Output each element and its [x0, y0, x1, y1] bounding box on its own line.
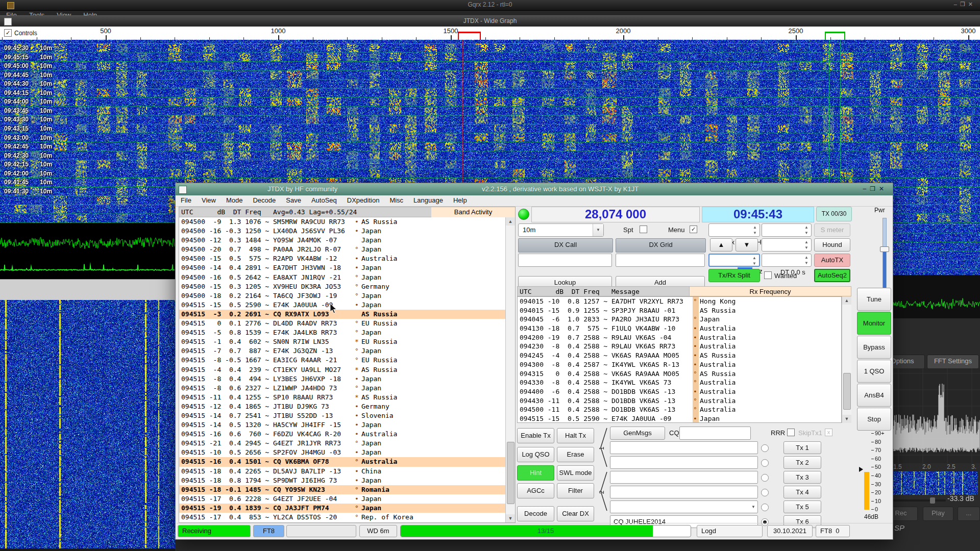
chevron-down-icon[interactable]: ▼ — [751, 501, 755, 513]
enable-tx-button[interactable]: Enable Tx — [517, 428, 554, 443]
decode-row[interactable]: 094330 -8 0.4 2588 ~ IK4YWL VK6AS 73°Aus… — [518, 378, 841, 387]
spinner-arrows-icon[interactable]: ▲▼ — [803, 255, 810, 266]
tx-message-4-input[interactable] — [610, 486, 758, 498]
decode-row[interactable]: 094515 -18 0.4 2265 ~ DL5AVJ BA7LIP -13•… — [179, 467, 505, 476]
autoseq2-button[interactable]: AutoSeq2 — [814, 269, 850, 282]
wide-graph-frequency-scale[interactable]: ✓ Controls 50010001500200025003000 — [0, 27, 980, 40]
dx-call-input[interactable] — [518, 254, 612, 267]
band-selector[interactable]: 10m ▼ — [518, 223, 604, 237]
tx-message-2-radio[interactable] — [761, 459, 769, 467]
decode-row[interactable]: 094500 -9 1.3 1076 ~ SM5MRW RA9CUU RR73•… — [179, 217, 505, 227]
decode-row[interactable]: 094515 -8 0.6 2327 ~ LZ1WWP JA4HDO 73°Ja… — [179, 384, 505, 393]
decode-row[interactable]: 094230 -8 0.4 2588 ~ R9LAU VK6AS RR73•Au… — [518, 342, 841, 351]
tx-1-button[interactable]: Tx 1 — [783, 441, 821, 454]
ansb4-button[interactable]: AnsB4 — [857, 384, 891, 407]
decode-row[interactable]: 094500 -11 0.4 2588 ~ DO1BDB VK6AS -13°A… — [518, 405, 841, 414]
band-activity-scrollbar[interactable]: ▲ ▼ — [505, 217, 515, 522]
tx-freq-spinner[interactable]: Tx 1500 Hz ▲▼ — [708, 223, 760, 237]
decode-row[interactable]: 094500 -14 0.4 2891 ~ EA7DHT JH3VWN -18•… — [179, 263, 505, 272]
bypass-button[interactable]: Bypass — [857, 336, 891, 359]
gqrx-window-buttons[interactable]: –❒✕ — [954, 1, 976, 8]
1-qso-button[interactable]: 1 QSO — [857, 360, 891, 383]
genmsgs-button[interactable]: GenMsgs — [610, 427, 665, 440]
tx-message-5-radio[interactable] — [761, 504, 769, 511]
scrollbar-thumb[interactable] — [507, 442, 514, 504]
decode-row[interactable]: 094130 -18 0.7 575 ~ F1ULQ VK4ABW -10•Au… — [518, 324, 841, 333]
decode-row[interactable]: 094500 -20 0.7 498 ~ PA0AA JR2LJO R-07°J… — [179, 245, 505, 254]
clear-dx-button[interactable]: Clear DX — [557, 506, 594, 521]
decode-row[interactable]: 094515 -8 -0.5 1667 ~ EA3ICG R4AAR -21°E… — [179, 356, 505, 365]
clip-spinner[interactable]: CL 100 % ▲▼ — [762, 238, 812, 252]
agcc-button[interactable]: AGCc — [517, 483, 554, 498]
rx-frequency-scrollbar[interactable]: ▲ ▼ — [842, 296, 851, 423]
decode-row[interactable]: 094500 -16 0.5 2642 ~ EA8AXT JN1RQV -21°… — [179, 273, 505, 282]
tune-button[interactable]: Tune — [857, 288, 891, 311]
tx-message-3-input[interactable] — [610, 471, 758, 484]
decode-row[interactable]: 094515 -1 0.4 602 ~ SN0N R7IW LN35*EU Ru… — [179, 337, 505, 346]
tx-4-button[interactable]: Tx 4 — [783, 486, 821, 498]
tx-2-button[interactable]: Tx 2 — [783, 456, 821, 469]
play-button[interactable]: Play — [923, 507, 953, 521]
decode-row[interactable]: 094515 -4 0.4 239 ~ CT1EKY UA9LL MO27*AS… — [179, 365, 505, 374]
tx-watchdog-button[interactable]: TX 00/30 — [816, 207, 852, 221]
decode-row[interactable]: 094515 -3 0.2 2691 ~ CQ RX9ATX LO93AS Ru… — [179, 310, 505, 319]
decode-row[interactable]: 094400 -6 0.4 2588 ~ DO1BDB VK6AS -13•Au… — [518, 387, 841, 396]
decode-row[interactable]: 094515 -11 0.4 1255 ~ SP10 R8AAU RR73*AS… — [179, 393, 505, 402]
spinner-arrows-icon[interactable]: ▲▼ — [751, 255, 758, 266]
txrx-split-button[interactable]: Tx/Rx Split — [708, 269, 760, 282]
jtdx-menu-help[interactable]: Help — [448, 195, 472, 205]
tx-message-3-radio[interactable] — [761, 474, 769, 482]
controls-checkbox[interactable]: ✓ Controls — [4, 29, 37, 37]
spinner-arrows-icon[interactable]: ▲▼ — [751, 224, 758, 236]
stop-button[interactable]: Stop — [857, 408, 891, 431]
dt-spinner[interactable]: DT 0,0 s ▲▼ — [762, 254, 812, 267]
scrollbar-thumb[interactable] — [843, 373, 851, 410]
halt-tx-button[interactable]: Halt Tx — [557, 428, 594, 443]
decode-row[interactable]: 094515 -14 0.5 1320 ~ HA5CYW JH4IFF -15•… — [179, 420, 505, 430]
freq-down-button[interactable]: ▼ — [736, 238, 758, 252]
decode-row[interactable]: 094515 -16 0.4 1501 ~ CQ VK6BMA OF78°Aus… — [179, 457, 505, 466]
wanted-checkbox[interactable]: x — [764, 271, 772, 279]
decode-row[interactable]: 094300 -8 0.4 2587 ~ IK4YWL VK6AS R-13•A… — [518, 360, 841, 369]
tx-message-2-input[interactable] — [610, 456, 758, 469]
jtdx-menu-autoseq[interactable]: AutoSeq — [306, 195, 342, 205]
jtdx-menu-view[interactable]: View — [197, 195, 221, 205]
tx-message-1-radio[interactable] — [761, 444, 769, 452]
wide-graph-titlebar[interactable]: JTDX - Wide Graph — [0, 15, 980, 28]
freq-up-button[interactable]: ▲ — [710, 238, 732, 252]
tx-message-5-input[interactable]: ▼ — [610, 500, 758, 513]
autotx-button[interactable]: AutoTX — [814, 254, 850, 267]
erase-button[interactable]: Erase — [557, 447, 594, 462]
filter-button[interactable]: Filter — [557, 483, 594, 498]
decode-row[interactable]: 094315 0 0.4 2588 ~ VK6AS RA9AAA MO05°AS… — [518, 369, 841, 379]
jtdx-menu-language[interactable]: Language — [408, 195, 448, 205]
decode-row[interactable]: 094515 -18 -0.1 1485 ~ CQ YO9SW KN23°Rom… — [179, 485, 505, 494]
jtdx-menu-dxpedition[interactable]: DXpedition — [342, 195, 385, 205]
jtdx-menu-file[interactable]: File — [176, 195, 197, 205]
decode-row[interactable]: 094515 -17 0.6 2228 ~ G4EZT JF2UEE -04•J… — [179, 494, 505, 504]
decode-row[interactable]: 094515 -7 0.7 887 ~ E74K JG3QZN -13°Japa… — [179, 346, 505, 356]
skiptx1-checkbox[interactable]: x — [825, 429, 832, 436]
decode-row[interactable]: 094515 -19 0.4 1839 ~ CQ JA3JFT PM74°Jap… — [179, 504, 505, 513]
decode-row[interactable]: 094515 -16 0.6 760 ~ F6DZU VK4CAG R-20•A… — [179, 430, 505, 439]
decode-row[interactable]: 094515 -14 0.7 2541 ~ JT1BU S52DD -13•Sl… — [179, 411, 505, 420]
decode-row[interactable]: 094515 -21 0.4 2945 ~ G4EZT JR1JYR RR73°… — [179, 439, 505, 448]
jtdx-menu-save[interactable]: Save — [281, 195, 306, 205]
decode-row[interactable]: 094500 -15 0.5 575 ~ R2APD VK4ABW -12•Au… — [179, 254, 505, 263]
tx-5-button[interactable]: Tx 5 — [783, 500, 821, 513]
more-button[interactable]: ... — [958, 507, 980, 521]
decode-row[interactable]: 094515 0 0.1 2776 ~ DL4DD R4ADV RR73°EU … — [179, 319, 505, 328]
decode-row[interactable]: 094500 -15 0.3 1205 ~ XV9HEU DK3RA JO53°… — [179, 282, 505, 291]
decode-row[interactable]: 094430 -11 0.4 2588 ~ DO1BDB VK6AS -13°A… — [518, 396, 841, 406]
decode-row[interactable]: 094515 -18 0.8 1794 ~ SP9DWT JI6IHG 73•J… — [179, 476, 505, 485]
jtdx-menu-mode[interactable]: Mode — [221, 195, 248, 205]
decode-row[interactable]: 094045 -6 1.0 2833 ~ PA2RO JH3AIU RR73°J… — [518, 315, 841, 324]
tx-message-1-input[interactable] — [610, 441, 758, 454]
audio-gain-slider[interactable] — [893, 499, 946, 502]
report-spinner[interactable]: Report -15 ▲▼ — [762, 223, 812, 237]
spinner-arrows-icon[interactable]: ▲▼ — [803, 239, 810, 251]
pwr-slider-handle[interactable] — [880, 246, 889, 252]
jtdx-menu-decode[interactable]: Decode — [248, 195, 281, 205]
decode-row[interactable]: 094515 -8 0.4 494 ~ LY3BES JH6VXP -18•Ja… — [179, 374, 505, 384]
tab-fft-settings[interactable]: FFT Settings — [927, 355, 979, 369]
